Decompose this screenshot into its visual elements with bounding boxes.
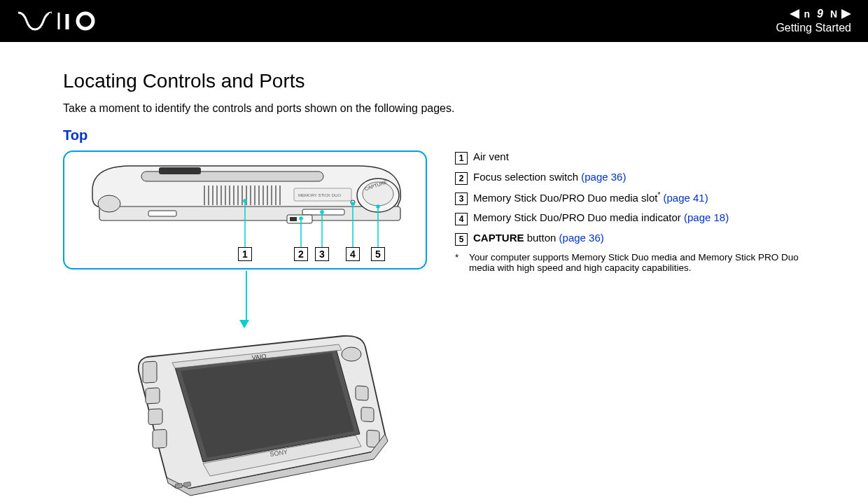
callout-2: 2	[294, 247, 308, 261]
legend-column: 1 Air vent 2 Focus selection switch (pag…	[455, 150, 805, 490]
prev-nav-letter: n	[804, 8, 810, 20]
svg-rect-48	[148, 409, 162, 425]
svg-rect-51	[356, 386, 368, 400]
svg-point-40	[244, 200, 246, 202]
svg-point-44	[377, 205, 379, 208]
callout-3: 3	[315, 247, 329, 261]
svg-rect-55	[175, 483, 183, 489]
legend-num: 2	[455, 172, 468, 185]
legend-item-4: 4 Memory Stick Duo/PRO Duo media indicat…	[455, 211, 805, 225]
page-link[interactable]: (page 36)	[581, 171, 626, 183]
svg-rect-2	[99, 206, 400, 220]
legend-item-3: 3 Memory Stick Duo/PRO Duo media slot* (…	[455, 191, 805, 205]
svg-point-50	[342, 347, 361, 361]
svg-rect-34	[148, 211, 176, 216]
legend-item-5: 5 CAPTURE button (page 36)	[455, 232, 805, 246]
footnote-marker: *	[657, 191, 660, 199]
footnote: * Your computer supports Memory Stick Du…	[455, 252, 805, 273]
svg-rect-47	[146, 388, 160, 404]
svg-rect-56	[183, 482, 191, 487]
svg-rect-52	[361, 407, 374, 422]
svg-point-43	[351, 202, 354, 205]
legend-num: 4	[455, 213, 468, 225]
next-nav-letter: N	[830, 8, 837, 20]
legend-item-2: 2 Focus selection switch (page 36)	[455, 171, 805, 185]
svg-rect-46	[143, 361, 157, 383]
callout-legend: 1 Air vent 2 Focus selection switch (pag…	[455, 150, 805, 273]
legend-text: button	[524, 232, 556, 244]
intro-text: Take a moment to identify the controls a…	[63, 102, 805, 115]
subsection-heading: Top	[63, 127, 805, 144]
svg-point-41	[300, 217, 302, 220]
page-nav: n 9 N	[776, 8, 851, 20]
legend-num: 5	[455, 233, 468, 246]
section-title: Getting Started	[776, 22, 851, 34]
diagram-column: MEMORY STICK DUO CAPTURE	[63, 150, 427, 490]
legend-num: 3	[455, 192, 468, 205]
callout-1: 1	[238, 247, 252, 261]
legend-text: Focus selection switch	[473, 171, 578, 183]
legend-item-1: 1 Air vent	[455, 150, 805, 164]
vaio-logo	[17, 11, 122, 31]
prev-arrow-icon[interactable]	[790, 9, 799, 19]
footnote-text: Your computer supports Memory Stick Duo …	[469, 252, 805, 273]
device-perspective-illustration: VAIO	[105, 329, 399, 490]
legend-text: Memory Stick Duo/PRO Duo media slot	[473, 192, 657, 204]
page-link[interactable]: (page 36)	[559, 232, 604, 244]
svg-rect-5	[159, 167, 201, 174]
page-number: 9	[817, 8, 823, 20]
legend-num: 1	[455, 152, 468, 164]
callout-4: 4	[346, 247, 360, 261]
svg-point-42	[321, 211, 323, 214]
svg-rect-49	[153, 429, 167, 448]
diagram-connector-arrow	[244, 271, 249, 328]
device-top-illustration: MEMORY STICK DUO CAPTURE	[63, 150, 427, 270]
svg-rect-30	[290, 217, 297, 221]
legend-text: Memory Stick Duo/PRO Duo media indicator	[473, 211, 681, 223]
legend-text-bold: CAPTURE	[473, 232, 524, 244]
page-header: n 9 N Getting Started	[0, 0, 868, 42]
svg-point-1	[78, 13, 93, 29]
svg-point-3	[98, 195, 120, 212]
legend-text: Air vent	[473, 150, 509, 162]
callout-5: 5	[371, 247, 385, 261]
page-link[interactable]: (page 41)	[664, 192, 708, 204]
footnote-star: *	[455, 252, 462, 273]
page-title: Locating Controls and Ports	[63, 70, 805, 92]
next-arrow-icon[interactable]	[841, 9, 851, 19]
svg-text:MEMORY STICK DUO: MEMORY STICK DUO	[298, 193, 341, 197]
page-link[interactable]: (page 18)	[684, 211, 729, 223]
